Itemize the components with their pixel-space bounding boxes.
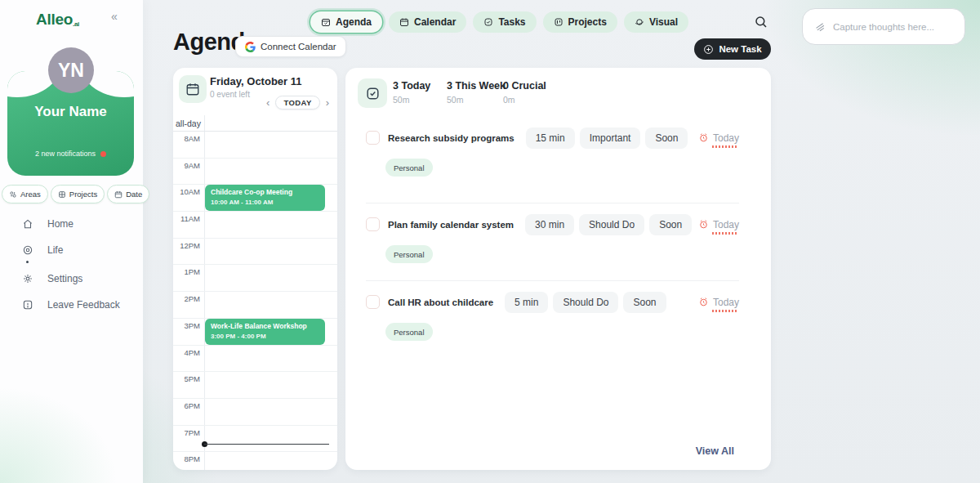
task-checkbox[interactable] bbox=[366, 217, 380, 231]
hour-label: 12PM bbox=[173, 241, 200, 250]
calendar-hour-row[interactable]: 11AM bbox=[173, 212, 337, 239]
tag-personal[interactable]: Personal bbox=[385, 323, 433, 341]
connect-calendar-button[interactable]: Connect Calendar bbox=[235, 36, 346, 57]
sidebar-item-home[interactable]: Home bbox=[22, 217, 120, 230]
calendar-hour-row[interactable]: 9AM bbox=[173, 159, 337, 186]
tab-projects[interactable]: Projects bbox=[543, 11, 617, 33]
profile-name: Your Name bbox=[7, 104, 134, 120]
chip-date[interactable]: Date bbox=[107, 185, 149, 203]
calendar-hour-row[interactable]: 7PM bbox=[173, 426, 337, 453]
task-row: Plan family calendar system 30 min Shoul… bbox=[366, 203, 739, 281]
all-day-label: all-day bbox=[176, 119, 201, 128]
task-row: Call HR about childcare 5 min Should Do … bbox=[366, 281, 739, 358]
duration-pill[interactable]: 5 min bbox=[505, 292, 548, 313]
life-indicator-dot bbox=[26, 261, 29, 263]
calendar-hour-row[interactable]: 8PM bbox=[173, 452, 337, 470]
tab-visual[interactable]: Visual bbox=[624, 11, 688, 33]
hour-label: 8AM bbox=[173, 134, 200, 143]
stat-minutes: 50m bbox=[447, 95, 506, 105]
hour-label: 7PM bbox=[173, 428, 200, 437]
chip-projects[interactable]: Projects bbox=[51, 185, 105, 203]
prev-day-button[interactable]: ‹ bbox=[266, 96, 270, 110]
app-logo[interactable]: Alleo.ai bbox=[36, 11, 79, 29]
tab-label: Projects bbox=[568, 16, 607, 28]
task-main: Research subsidy programs 15 min Importa… bbox=[366, 127, 739, 149]
event-title: Work-Life Balance Workshop bbox=[211, 322, 319, 330]
duration-pill[interactable]: 15 min bbox=[526, 127, 575, 149]
priority-pill[interactable]: Should Do bbox=[553, 292, 618, 313]
urgency-pill[interactable]: Soon bbox=[645, 127, 688, 149]
due-label: Today bbox=[713, 297, 739, 308]
new-task-button[interactable]: New Task bbox=[694, 38, 771, 60]
task-checkbox[interactable] bbox=[366, 295, 380, 309]
tag-personal[interactable]: Personal bbox=[385, 159, 433, 177]
search-icon bbox=[754, 15, 768, 29]
logo-suffix: .ai bbox=[73, 20, 79, 28]
duration-pill[interactable]: 30 min bbox=[525, 214, 574, 235]
task-pills: 5 min Should Do Soon bbox=[505, 292, 666, 313]
task-checkbox[interactable] bbox=[366, 131, 380, 145]
calendar-hour-row[interactable]: 12PM bbox=[173, 239, 337, 266]
task-tag-row: Personal bbox=[366, 245, 739, 263]
next-day-button[interactable]: › bbox=[326, 96, 329, 110]
tab-calendar[interactable]: Calendar bbox=[389, 11, 466, 33]
hour-label: 4PM bbox=[173, 348, 200, 357]
task-title: Plan family calendar system bbox=[388, 220, 514, 230]
all-day-row[interactable]: all-day bbox=[173, 115, 337, 132]
sidebar-item-life[interactable]: Life bbox=[22, 244, 120, 256]
task-due[interactable]: Today bbox=[698, 297, 739, 308]
search-button[interactable] bbox=[754, 15, 772, 33]
avatar[interactable]: YN bbox=[48, 47, 94, 93]
stat-label: 3 This Week bbox=[447, 80, 506, 92]
priority-pill[interactable]: Should Do bbox=[579, 214, 644, 235]
calendar-event[interactable]: Childcare Co-op Meeting 10:00 AM - 11:00… bbox=[205, 185, 325, 211]
task-tag-row: Personal bbox=[366, 159, 739, 177]
task-main: Call HR about childcare 5 min Should Do … bbox=[366, 291, 739, 313]
calendar-event[interactable]: Work-Life Balance Workshop 3:00 PM - 4:0… bbox=[205, 319, 325, 345]
capture-input[interactable] bbox=[833, 22, 947, 32]
urgency-pill[interactable]: Soon bbox=[623, 292, 666, 313]
sidebar-collapse-icon[interactable]: « bbox=[111, 10, 118, 23]
sidebar-item-leave-feedback[interactable]: Leave Feedback bbox=[22, 298, 120, 311]
task-due[interactable]: Today bbox=[698, 132, 739, 144]
logo-text: Alleo bbox=[36, 11, 73, 28]
sidebar-item-settings[interactable]: Settings bbox=[22, 272, 120, 284]
tag-personal[interactable]: Personal bbox=[385, 245, 433, 263]
stat-crucial: 0 Crucial 0m bbox=[503, 80, 546, 105]
projects-icon bbox=[554, 17, 564, 27]
calendar-hour-row[interactable]: 2PM bbox=[173, 292, 337, 319]
tasks-icon bbox=[483, 17, 493, 27]
calendar-hour-row[interactable]: 6PM bbox=[173, 399, 337, 426]
chip-label: Date bbox=[126, 190, 142, 199]
calendar-events-left: 0 event left bbox=[210, 90, 250, 99]
hour-label: 6PM bbox=[173, 401, 200, 410]
calendar-hour-row[interactable]: 5PM bbox=[173, 372, 337, 399]
notifications-link[interactable]: 2 new notifications bbox=[7, 150, 134, 158]
priority-pill[interactable]: Important bbox=[580, 127, 641, 149]
task-pills: 15 min Important Soon bbox=[526, 127, 688, 149]
hour-label: 8PM bbox=[173, 454, 200, 463]
tab-agenda[interactable]: Agenda bbox=[310, 11, 382, 33]
grid-icon bbox=[58, 190, 66, 199]
due-underline-icon bbox=[712, 145, 737, 148]
chip-areas[interactable]: Areas bbox=[2, 185, 48, 203]
hour-label: 11AM bbox=[173, 214, 200, 223]
alarm-icon bbox=[698, 132, 709, 143]
filter-chips: Areas Projects Date bbox=[2, 185, 149, 203]
capture-box[interactable] bbox=[802, 8, 965, 45]
tasks-header-icon-box bbox=[358, 78, 387, 108]
calendar-hour-row[interactable]: 8AM bbox=[173, 132, 337, 159]
task-due[interactable]: Today bbox=[698, 219, 739, 230]
connect-calendar-label: Connect Calendar bbox=[261, 42, 336, 51]
calendar-icon bbox=[114, 190, 122, 199]
today-button[interactable]: TODAY bbox=[275, 96, 319, 110]
calendar-icon bbox=[185, 82, 200, 96]
view-all-link[interactable]: View All bbox=[696, 445, 734, 457]
calendar-hour-row[interactable]: 4PM bbox=[173, 346, 337, 373]
tab-tasks[interactable]: Tasks bbox=[473, 11, 536, 33]
urgency-pill[interactable]: Soon bbox=[649, 214, 692, 235]
google-icon bbox=[245, 42, 256, 52]
stat-today: 3 Today 50m bbox=[393, 80, 430, 105]
feedback-icon bbox=[22, 299, 33, 311]
calendar-hour-row[interactable]: 1PM bbox=[173, 265, 337, 292]
